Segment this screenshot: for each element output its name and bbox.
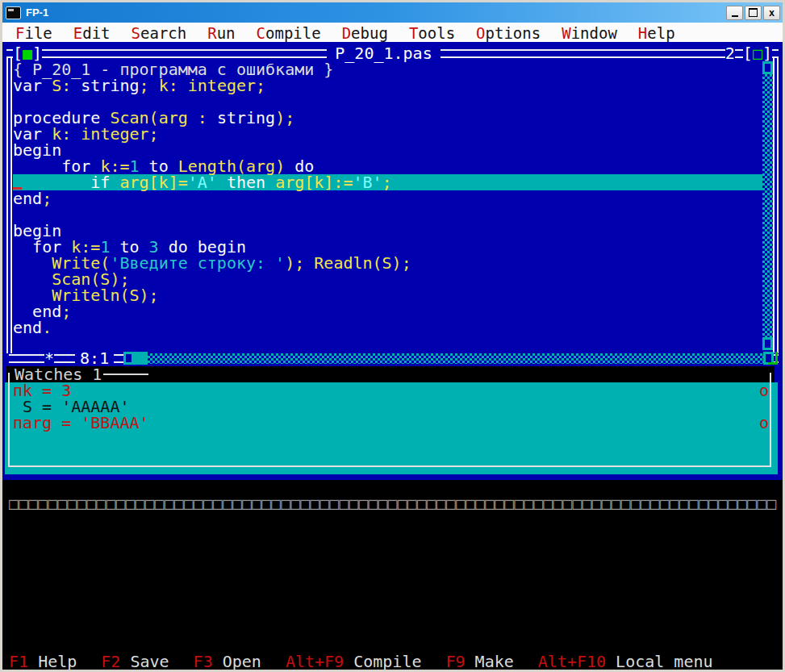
code-line[interactable]: [13, 94, 765, 110]
menu-item-file[interactable]: File: [15, 24, 52, 42]
horizontal-scroll-thumb[interactable]: [134, 352, 148, 365]
editor-filename: P_20_1.pas: [327, 45, 440, 61]
console-glyph-row: □□□□□□□□□□□□□□□□□□□□□□□□□□□□□□□□□□□□□□□□…: [9, 495, 776, 511]
code-line[interactable]: var k: integer;: [13, 126, 765, 142]
menu-item-tools[interactable]: Tools: [409, 24, 455, 42]
code-line[interactable]: [13, 207, 765, 223]
maximize-icon: [749, 8, 758, 17]
scroll-up-icon[interactable]: [762, 61, 773, 74]
editor-bottom-row: * 8:1: [6, 350, 779, 366]
watches-list: пk = 3o S = 'AAAAA'пarg = 'BBAAA'o: [13, 382, 771, 431]
status-make[interactable]: F9 Make: [445, 653, 513, 670]
horizontal-scroll-track[interactable]: [148, 353, 763, 364]
code-line[interactable]: { P_20_1 - программа с ошибками }: [13, 61, 765, 77]
zoom-box-icon: □: [753, 44, 762, 63]
status-open[interactable]: F3 Open: [194, 653, 261, 670]
code-line[interactable]: Writeln(S);: [13, 287, 765, 303]
status-save[interactable]: F2 Save: [101, 653, 169, 670]
status-compile[interactable]: Alt+F9 Compile: [286, 653, 422, 670]
code-area[interactable]: { P_20_1 - программа с ошибками }var S: …: [13, 61, 765, 352]
code-line[interactable]: var S: string; k: integer;: [13, 77, 765, 94]
menu-item-window[interactable]: Window: [562, 24, 617, 42]
editor-zoom-box[interactable]: [□]: [743, 45, 772, 61]
menu-item-edit[interactable]: Edit: [73, 24, 111, 42]
code-line[interactable]: [13, 336, 765, 352]
code-line[interactable]: for k:=1 to 3 do begin: [13, 239, 765, 255]
code-line[interactable]: begin: [13, 142, 765, 158]
editor-window: [■] P_20_1.pas 2 [□] { P_20_1 - программ…: [5, 45, 780, 366]
code-line[interactable]: Write('Введите строку: '); Readln(S);: [13, 255, 765, 271]
editor-frame-right: [773, 56, 779, 353]
code-line[interactable]: Scan(S);: [13, 271, 765, 287]
watch-marker: o: [759, 382, 769, 399]
watch-row[interactable]: S = 'AAAAA': [13, 399, 771, 415]
menu-item-compile[interactable]: Compile: [257, 24, 321, 42]
vertical-scrollbar[interactable]: [762, 61, 773, 350]
menu-item-help[interactable]: Help: [638, 24, 675, 42]
status-help[interactable]: F1 Help: [9, 653, 77, 670]
modified-indicator: *: [44, 350, 54, 366]
code-line[interactable]: procedure Scan(arg : string);: [13, 110, 765, 126]
code-line[interactable]: end;: [13, 190, 765, 207]
app-window: FP-1 x FileEditSearchRunCompileDebugTool…: [0, 0, 785, 672]
minimize-button[interactable]: [726, 6, 743, 20]
status-local-menu[interactable]: Alt+F10 Local menu: [538, 653, 713, 670]
code-line[interactable]: end.: [13, 319, 765, 336]
watch-row[interactable]: пk = 3o: [13, 382, 771, 399]
scroll-down-icon[interactable]: [762, 337, 773, 350]
watch-row[interactable]: пarg = 'BBAAA'o: [13, 415, 771, 431]
watch-expression: пarg = 'BBAAA': [13, 413, 149, 432]
minimize-icon: [732, 15, 738, 17]
close-box-icon: ■: [23, 44, 32, 63]
menu-item-run[interactable]: Run: [207, 24, 235, 42]
code-line[interactable]: end;: [13, 303, 765, 319]
cursor-position: 8:1: [75, 350, 114, 366]
vertical-scroll-track[interactable]: [762, 74, 773, 337]
resize-corner[interactable]: [768, 352, 778, 365]
editor-window-number: 2: [725, 45, 735, 61]
window-title: FP-1: [26, 6, 726, 19]
code-line[interactable]: begin: [13, 223, 765, 239]
menu-item-options[interactable]: Options: [476, 24, 541, 42]
scroll-left-icon[interactable]: [123, 352, 134, 365]
menu-item-search[interactable]: Search: [132, 24, 187, 42]
editor-frame-left: [6, 56, 12, 353]
close-button[interactable]: x: [763, 6, 780, 20]
window-titlebar[interactable]: FP-1 x: [2, 2, 783, 23]
watch-marker: o: [759, 415, 769, 431]
maximize-button[interactable]: [745, 6, 762, 20]
menu-bar: FileEditSearchRunCompileDebugToolsOption…: [2, 23, 783, 43]
menu-item-debug[interactable]: Debug: [342, 24, 388, 42]
code-line-highlighted[interactable]: if arg[k]='A' then arg[k]:='B';: [13, 174, 765, 190]
status-bar: F1 HelpF2 SaveF3 OpenAlt+F9 CompileF9 Ma…: [9, 653, 713, 670]
code-line[interactable]: for k:=1 to Length(arg) do: [13, 158, 765, 174]
editor-close-box[interactable]: [■]: [13, 45, 42, 61]
editor-title-row: [■] P_20_1.pas 2 [□]: [6, 45, 779, 61]
text-cursor: [13, 187, 22, 190]
console-app-icon: [6, 6, 21, 19]
